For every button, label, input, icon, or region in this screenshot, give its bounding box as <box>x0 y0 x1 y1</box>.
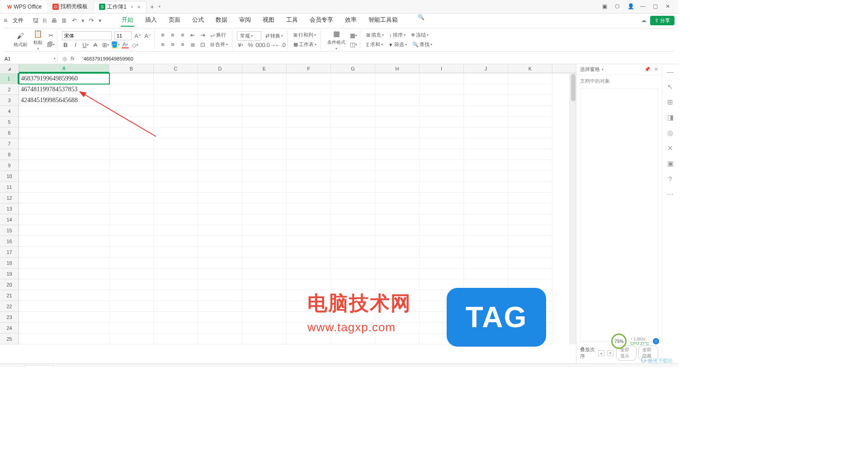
row-header-23[interactable]: 23 <box>0 312 19 323</box>
cell-H2[interactable] <box>375 84 420 95</box>
menu-tab-tools[interactable]: 工具 <box>285 14 299 27</box>
user-avatar-icon[interactable]: 👤 <box>627 3 635 10</box>
cell-J9[interactable] <box>464 160 508 171</box>
redo-icon[interactable]: ↷ <box>89 17 94 24</box>
cell-I13[interactable] <box>420 203 464 214</box>
tab-wps-home[interactable]: W WPS Office <box>2 1 47 13</box>
cell-A6[interactable] <box>19 127 109 138</box>
tab-list-dropdown[interactable]: ▾ <box>159 5 160 9</box>
cell-G8[interactable] <box>331 149 375 160</box>
cell-K12[interactable] <box>508 193 552 203</box>
sheet-last-icon[interactable]: ▸| <box>19 367 23 367</box>
col-header-G[interactable]: G <box>331 64 375 73</box>
cell-G5[interactable] <box>331 117 375 127</box>
sheet-add-button[interactable]: + <box>55 366 64 367</box>
cell-C16[interactable] <box>154 236 198 247</box>
cell-K6[interactable] <box>508 127 552 138</box>
menu-tab-ai[interactable]: 智能工具箱 <box>368 14 399 27</box>
decimal-increase-icon[interactable]: .0→ <box>267 42 274 49</box>
cell-K16[interactable] <box>508 236 552 247</box>
cell-G21[interactable] <box>331 290 375 301</box>
cell-C4[interactable] <box>154 106 198 117</box>
cell-F2[interactable] <box>287 84 331 95</box>
cell-E25[interactable] <box>242 334 287 344</box>
cell-K2[interactable] <box>508 84 552 95</box>
cell-C10[interactable] <box>154 171 198 182</box>
row-header-11[interactable]: 11 <box>0 182 19 193</box>
cell-D8[interactable] <box>198 149 242 160</box>
cell-E18[interactable] <box>242 258 287 268</box>
cell-B14[interactable] <box>109 214 154 225</box>
cell-F25[interactable] <box>287 334 331 344</box>
cell-D23[interactable] <box>198 312 242 323</box>
cell-J14[interactable] <box>464 214 508 225</box>
cell-E19[interactable] <box>242 268 287 279</box>
cell-K4[interactable] <box>508 106 552 117</box>
row-header-3[interactable]: 3 <box>0 95 19 106</box>
border-icon[interactable]: ⊞▾ <box>102 41 109 48</box>
cell-A3[interactable]: 424845199985645688 <box>19 95 109 106</box>
trace-icon[interactable]: ◎ <box>62 56 67 62</box>
tray-orb-icon[interactable] <box>653 338 659 344</box>
cell-A9[interactable] <box>19 160 109 171</box>
strikethrough-icon[interactable]: A <box>92 41 99 48</box>
cell-C17[interactable] <box>154 247 198 258</box>
cell-A20[interactable] <box>19 279 109 290</box>
cell-E22[interactable] <box>242 301 287 312</box>
cell-A23[interactable] <box>19 312 109 323</box>
formula-input[interactable]: '468379199649859960 <box>79 56 678 61</box>
search-icon[interactable]: 🔍 <box>418 14 425 27</box>
select-arrow-icon[interactable]: ↖ <box>667 83 673 91</box>
cell-A24[interactable] <box>19 323 109 334</box>
row-header-2[interactable]: 2 <box>0 84 19 95</box>
cell-B5[interactable] <box>109 117 154 127</box>
cell-A4[interactable] <box>19 106 109 117</box>
freeze-button[interactable]: ❄ 冻结▾ <box>410 31 430 39</box>
cond-format-button[interactable]: ▦条件格式▾ <box>326 28 347 52</box>
col-header-H[interactable]: H <box>375 64 420 73</box>
menu-tab-member[interactable]: 会员专享 <box>309 14 334 27</box>
row-header-25[interactable]: 25 <box>0 334 19 344</box>
cell-H9[interactable] <box>375 160 420 171</box>
cell-I14[interactable] <box>420 214 464 225</box>
cell-B17[interactable] <box>109 247 154 258</box>
cell-B10[interactable] <box>109 171 154 182</box>
save-icon[interactable]: 🖫 <box>33 17 38 24</box>
cell-F10[interactable] <box>287 171 331 182</box>
find-button[interactable]: 🔍 查找▾ <box>411 40 434 49</box>
cell-C13[interactable] <box>154 203 198 214</box>
indent-decrease-icon[interactable]: ⇤ <box>189 32 196 39</box>
cell-E4[interactable] <box>242 106 287 117</box>
row-header-14[interactable]: 14 <box>0 214 19 225</box>
cell-C18[interactable] <box>154 258 198 268</box>
cell-J7[interactable] <box>464 138 508 149</box>
cell-B21[interactable] <box>109 290 154 301</box>
cell-H17[interactable] <box>375 247 420 258</box>
cell-H7[interactable] <box>375 138 420 149</box>
cell-D5[interactable] <box>198 117 242 127</box>
cell-G15[interactable] <box>331 225 375 236</box>
cell-A11[interactable] <box>19 182 109 193</box>
indent-increase-icon[interactable]: ⇥ <box>199 32 206 39</box>
cell-G22[interactable] <box>331 301 375 312</box>
sort-button[interactable]: ↕ 排序▾ <box>388 31 407 39</box>
cell-G1[interactable] <box>331 73 375 84</box>
cell-C9[interactable] <box>154 160 198 171</box>
sheet-next-icon[interactable]: ▸ <box>14 367 16 367</box>
cell-J10[interactable] <box>464 171 508 182</box>
cell-I18[interactable] <box>420 258 464 268</box>
font-color-icon[interactable]: A▾ <box>122 41 129 48</box>
cell-J18[interactable] <box>464 258 508 268</box>
cell-G14[interactable] <box>331 214 375 225</box>
cell-J17[interactable] <box>464 247 508 258</box>
cell-H5[interactable] <box>375 117 420 127</box>
cell-D12[interactable] <box>198 193 242 203</box>
cell-G11[interactable] <box>331 182 375 193</box>
cell-B18[interactable] <box>109 258 154 268</box>
cell-K13[interactable] <box>508 203 552 214</box>
cell-I11[interactable] <box>420 182 464 193</box>
cell-F20[interactable] <box>287 279 331 290</box>
move-up-icon[interactable]: ▴ <box>598 350 604 356</box>
cell-C1[interactable] <box>154 73 198 84</box>
style-icon[interactable]: ◨ <box>667 113 674 122</box>
